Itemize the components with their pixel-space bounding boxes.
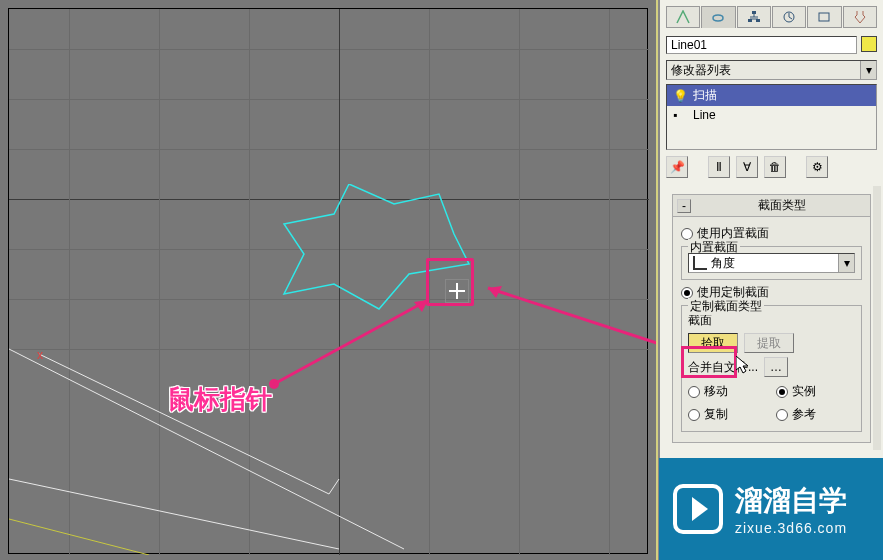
radio-icon — [681, 287, 693, 299]
trash-icon: 🗑 — [769, 160, 781, 174]
radio-icon — [776, 386, 788, 398]
expand-icon: ▪ — [673, 108, 685, 122]
grid-axis — [339, 9, 340, 555]
modifier-list-dropdown[interactable]: 修改器列表 ▾ — [666, 60, 877, 80]
merge-browse-button[interactable]: … — [764, 357, 788, 377]
pick-button[interactable]: 拾取 — [688, 333, 738, 353]
reference-label: 参考 — [792, 406, 816, 423]
rollup-body: 使用内置截面 内置截面 角度 ▾ 使用定制截面 定制截面类型 截面 — [673, 217, 870, 442]
grid-axis — [9, 199, 649, 200]
extract-button[interactable]: 提取 — [744, 333, 794, 353]
rollup-area: - 截面类型 使用内置截面 内置截面 角度 ▾ — [660, 186, 883, 450]
watermark-url: zixue.3d66.com — [735, 520, 847, 536]
pick-label: 拾取 — [701, 335, 725, 352]
modifier-stack[interactable]: 💡 扫描 ▪ Line — [666, 84, 877, 150]
stack-item-line[interactable]: ▪ Line — [667, 106, 876, 124]
radio-icon — [681, 228, 693, 240]
line-spline[interactable]: x — [9, 9, 649, 555]
builtin-section-group: 内置截面 角度 ▾ — [681, 246, 862, 280]
object-name-row: Line01 — [666, 36, 877, 56]
stack-item-sweep[interactable]: 💡 扫描 — [667, 85, 876, 106]
object-color-swatch[interactable] — [861, 36, 877, 52]
builtin-section-select[interactable]: 角度 ▾ — [688, 253, 855, 273]
angle-shape-icon — [693, 256, 707, 270]
viewport-inner[interactable]: x — [8, 8, 648, 554]
pick-extract-row: 拾取 提取 — [688, 333, 855, 353]
svg-rect-22 — [819, 13, 829, 21]
grid-line — [9, 349, 649, 350]
tab-utilities[interactable] — [843, 6, 877, 28]
rollup-scrollbar[interactable] — [873, 186, 881, 450]
tab-create[interactable] — [666, 6, 700, 28]
command-panel-tabs — [666, 6, 877, 28]
unique-icon: ∀ — [743, 160, 751, 174]
section-type-rollup: - 截面类型 使用内置截面 内置截面 角度 ▾ — [672, 194, 871, 443]
remove-modifier-button[interactable]: 🗑 — [764, 156, 786, 178]
grid-line — [609, 9, 610, 555]
cursor-pick-box — [445, 279, 469, 303]
make-unique-button[interactable]: ∀ — [736, 156, 758, 178]
pin-icon: 📌 — [670, 160, 685, 174]
modifier-list-label: 修改器列表 — [671, 62, 731, 79]
grid-line — [519, 9, 520, 555]
watermark: 溜溜自学 zixue.3d66.com — [659, 458, 883, 560]
object-name-input[interactable]: Line01 — [666, 36, 857, 54]
rollup-collapse-button[interactable]: - — [677, 199, 691, 213]
show-end-result-button[interactable]: Ⅱ — [708, 156, 730, 178]
instance-radio[interactable]: 实例 — [776, 383, 856, 400]
svg-line-5 — [9, 519, 149, 555]
tab-display[interactable] — [807, 6, 841, 28]
stack-item-label: 扫描 — [693, 87, 717, 104]
visibility-icon: 💡 — [673, 89, 685, 103]
configure-sets-button[interactable]: ⚙ — [806, 156, 828, 178]
svg-line-4 — [329, 479, 339, 494]
grid-line — [9, 149, 649, 150]
move-radio[interactable]: 移动 — [688, 383, 768, 400]
grid-line — [9, 99, 649, 100]
pin-stack-button[interactable]: 📌 — [666, 156, 688, 178]
grid-line — [9, 299, 649, 300]
configure-icon: ⚙ — [812, 160, 823, 174]
result-icon: Ⅱ — [716, 160, 722, 174]
chevron-down-icon: ▾ — [838, 254, 854, 272]
builtin-section-value: 角度 — [711, 255, 735, 272]
viewport[interactable]: x — [0, 0, 656, 560]
svg-line-3 — [39, 354, 329, 494]
grid-line — [9, 49, 649, 50]
play-icon — [673, 484, 723, 534]
rollup-header[interactable]: - 截面类型 — [673, 195, 870, 217]
grid-line — [9, 249, 649, 250]
annotation-label: 鼠标指针 — [168, 382, 272, 417]
grid-line — [159, 9, 160, 555]
svg-rect-13 — [752, 11, 756, 14]
svg-line-21 — [789, 17, 792, 19]
grid-line — [429, 9, 430, 555]
watermark-title: 溜溜自学 — [735, 482, 847, 520]
rollup-title: 截面类型 — [697, 197, 866, 214]
grid-line — [249, 9, 250, 555]
chevron-down-icon: ▾ — [860, 61, 876, 79]
radio-icon — [688, 386, 700, 398]
tab-modify[interactable] — [701, 6, 735, 28]
merge-row: 合并自文件... … — [688, 357, 855, 377]
custom-section-group: 定制截面类型 截面 拾取 提取 合并自文件... … — [681, 305, 862, 432]
grid-line — [69, 9, 70, 555]
star-spline[interactable] — [254, 184, 474, 324]
instance-mode-grid: 移动 实例 复制 参考 — [688, 381, 855, 425]
merge-label: 合并自文件... — [688, 359, 758, 376]
svg-line-1 — [9, 479, 339, 549]
move-label: 移动 — [704, 383, 728, 400]
radio-icon — [688, 409, 700, 421]
extract-label: 提取 — [757, 335, 781, 352]
tab-hierarchy[interactable] — [737, 6, 771, 28]
custom-group-label: 定制截面类型 — [688, 298, 764, 315]
watermark-text: 溜溜自学 zixue.3d66.com — [735, 482, 847, 536]
reference-radio[interactable]: 参考 — [776, 406, 856, 423]
copy-label: 复制 — [704, 406, 728, 423]
stack-toolbar: 📌 Ⅱ ∀ 🗑 ⚙ — [666, 156, 877, 178]
instance-label: 实例 — [792, 383, 816, 400]
tab-motion[interactable] — [772, 6, 806, 28]
copy-radio[interactable]: 复制 — [688, 406, 768, 423]
radio-icon — [776, 409, 788, 421]
svg-text:x: x — [37, 348, 43, 362]
